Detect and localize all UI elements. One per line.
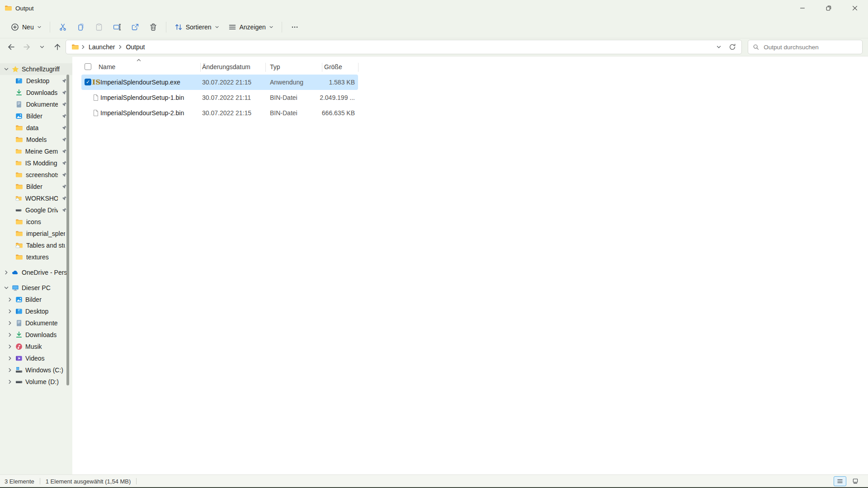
copy-button[interactable] <box>72 19 90 35</box>
delete-button[interactable] <box>144 19 162 35</box>
status-bar: 3 Elemente 1 Element ausgewählt (1,54 MB… <box>0 474 868 488</box>
cut-button[interactable] <box>54 19 72 35</box>
sidebar-item-is-modding[interactable]: IS Modding R <box>0 157 72 169</box>
command-bar: Neu Sortieren Anzeigen <box>0 16 868 38</box>
folder-icon <box>15 148 22 155</box>
sidebar-item-icons[interactable]: icons <box>0 216 72 228</box>
new-button[interactable]: Neu <box>6 19 46 35</box>
sidebar-item-bilder[interactable]: Bilder <box>0 110 72 122</box>
file-row[interactable]: ImperialSplendourSetup-1.bin 30.07.2022 … <box>81 90 358 105</box>
row-checkbox[interactable]: ✓ <box>85 79 91 85</box>
breadcrumb-item-output[interactable]: Output <box>123 42 147 52</box>
sidebar-item-label: OneDrive - Person <box>22 269 67 276</box>
sidebar-item-label: Tables and stuff <box>26 242 65 249</box>
sidebar-item-label: Musik <box>25 343 42 350</box>
file-row[interactable]: ✓ IS ImperialSplendourSetup.exe 30.07.20… <box>81 75 358 90</box>
sidebar-item-dokumente[interactable]: Dokumente <box>0 99 72 110</box>
rename-button[interactable] <box>108 19 126 35</box>
sidebar-item-pc-bilder[interactable]: Bilder <box>0 294 72 305</box>
sidebar-item-workshop[interactable]: WORKSHOP <box>0 192 72 204</box>
sidebar-item-meine-gemael[interactable]: Meine Gemäl <box>0 145 72 157</box>
view-button[interactable]: Anzeigen <box>224 19 278 35</box>
address-dropdown-icon[interactable] <box>716 44 722 50</box>
column-header-date[interactable]: Änderungsdatum <box>202 61 250 73</box>
column-header-size[interactable]: Größe <box>324 61 342 73</box>
chevron-right-icon[interactable] <box>7 297 13 302</box>
large-icons-view-icon <box>852 478 859 484</box>
chevron-down-icon[interactable] <box>4 285 9 291</box>
star-icon <box>12 66 19 73</box>
sidebar-item-label: Meine Gemäl <box>25 148 58 155</box>
share-button[interactable] <box>126 19 144 35</box>
chevron-right-icon[interactable] <box>7 332 13 338</box>
more-options-button[interactable] <box>286 19 304 35</box>
chevron-right-icon[interactable] <box>7 309 13 314</box>
column-header-type[interactable]: Typ <box>270 61 280 73</box>
chevron-down-icon[interactable] <box>4 66 9 72</box>
folder-icon <box>5 5 12 12</box>
chevron-down-icon <box>269 25 274 29</box>
history-dropdown-button[interactable] <box>34 40 50 54</box>
large-icons-view-button[interactable] <box>849 476 862 486</box>
restore-button[interactable] <box>816 0 842 16</box>
share-icon <box>131 23 139 31</box>
sidebar-item-quick-access[interactable]: Schnellzugriff <box>0 63 72 75</box>
sidebar-item-onedrive[interactable]: OneDrive - Person <box>0 267 72 278</box>
sidebar-item-pc-desktop[interactable]: Desktop <box>0 305 72 317</box>
chevron-right-icon[interactable] <box>7 344 13 349</box>
sidebar-item-pc-dokumente[interactable]: Dokumente <box>0 317 72 329</box>
sidebar-item-pc-videos[interactable]: Videos <box>0 352 72 364</box>
sidebar-item-screenshots[interactable]: screenshots <box>0 169 72 181</box>
back-button[interactable] <box>4 40 19 54</box>
breadcrumb-chevron-icon <box>80 44 86 50</box>
paste-icon <box>95 23 103 31</box>
minimize-button[interactable] <box>789 0 816 16</box>
column-header-name[interactable]: Name <box>99 61 115 73</box>
sidebar-item-google-drive[interactable]: Google Drive <box>0 204 72 216</box>
sidebar-item-label: imperial_splendo <box>26 230 65 237</box>
sort-button[interactable]: Sortieren <box>170 19 224 35</box>
sidebar-item-tables-and-stuff[interactable]: Tables and stuff <box>0 239 72 251</box>
search-box[interactable] <box>748 40 863 54</box>
sidebar-item-label: Dokumente <box>25 319 58 327</box>
column-separator <box>358 63 359 72</box>
search-input[interactable] <box>763 43 858 51</box>
file-row[interactable]: ImperialSplendourSetup-2.bin 30.07.2022 … <box>81 105 358 121</box>
sidebar-item-pc-downloads[interactable]: Downloads <box>0 329 72 341</box>
sidebar-item-data[interactable]: data <box>0 122 72 134</box>
sidebar-item-models[interactable]: Models <box>0 134 72 145</box>
sidebar-scrollbar[interactable] <box>66 75 69 385</box>
sidebar-item-bilder-2[interactable]: Bilder <box>0 181 72 192</box>
sidebar-item-pc-musik[interactable]: Musik <box>0 341 72 352</box>
chevron-right-icon[interactable] <box>7 356 13 361</box>
column-separator <box>265 63 266 72</box>
sidebar-item-this-pc[interactable]: Dieser PC <box>0 282 72 294</box>
restore-icon <box>825 5 832 12</box>
chevron-right-icon[interactable] <box>7 367 13 373</box>
desktop-icon <box>15 77 23 84</box>
address-bar[interactable]: Launcher Output <box>66 40 742 54</box>
select-all-checkbox[interactable] <box>85 63 91 70</box>
up-button[interactable] <box>50 40 65 54</box>
sidebar-item-label: icons <box>26 218 41 225</box>
toolbar-divider <box>282 22 282 33</box>
music-icon <box>15 343 23 350</box>
details-view-button[interactable] <box>834 476 846 486</box>
chevron-right-icon[interactable] <box>4 270 9 275</box>
sidebar-item-pc-windows-c[interactable]: Windows (C:) <box>0 364 72 376</box>
sidebar-item-desktop[interactable]: Desktop <box>0 75 72 87</box>
plus-circle-icon <box>11 23 19 31</box>
sidebar-item-imperial-splendour[interactable]: imperial_splendo <box>0 228 72 239</box>
checkmark-icon: ✓ <box>86 79 90 85</box>
refresh-icon[interactable] <box>729 43 736 51</box>
sidebar-item-pc-volume-d[interactable]: Volume (D:) <box>0 376 72 388</box>
chevron-right-icon[interactable] <box>7 379 13 385</box>
sidebar-item-textures[interactable]: textures <box>0 251 72 263</box>
breadcrumb-item-launcher[interactable]: Launcher <box>86 42 118 52</box>
close-button[interactable] <box>842 0 868 16</box>
folder-icon <box>15 218 23 225</box>
close-icon <box>851 5 859 12</box>
chevron-right-icon[interactable] <box>7 320 13 326</box>
sidebar-item-downloads[interactable]: Downloads <box>0 87 72 99</box>
trash-icon <box>149 23 157 31</box>
